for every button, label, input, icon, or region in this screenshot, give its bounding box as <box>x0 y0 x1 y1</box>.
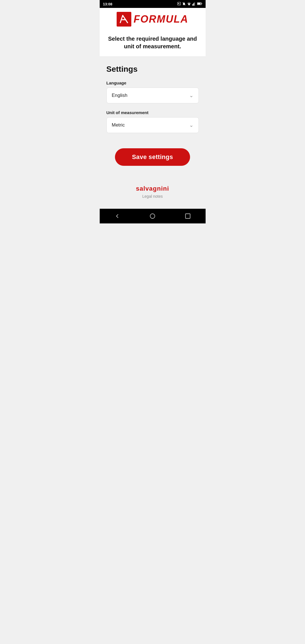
status-time: 13:08 <box>103 2 112 6</box>
subtitle-text: Select the required language and unit of… <box>108 35 198 50</box>
footer-legal[interactable]: Legal notes <box>142 194 163 199</box>
notifications-muted-icon <box>182 2 186 6</box>
main-content: Settings Language English ⌄ Unit of meas… <box>100 57 206 209</box>
language-dropdown-value: English <box>112 93 128 98</box>
footer-brand: salvagnini <box>136 185 169 192</box>
status-bar: 13:08 <box>100 0 206 8</box>
signal-icon <box>192 2 196 6</box>
status-icons <box>177 2 202 6</box>
save-settings-button[interactable]: Save settings <box>115 148 190 166</box>
logo-container: FORMULA <box>117 12 188 27</box>
svg-rect-4 <box>194 3 194 5</box>
save-btn-container: Save settings <box>106 148 199 166</box>
unit-dropdown[interactable]: Metric ⌄ <box>106 117 199 133</box>
svg-rect-8 <box>197 3 201 5</box>
logo-text: FORMULA <box>134 13 188 25</box>
logo-icon <box>117 12 131 27</box>
unit-dropdown-value: Metric <box>112 122 125 128</box>
language-dropdown[interactable]: English ⌄ <box>106 88 199 103</box>
nav-home-button[interactable] <box>145 209 160 223</box>
settings-title: Settings <box>106 65 199 74</box>
language-field-group: Language English ⌄ <box>106 80 199 103</box>
language-chevron-icon: ⌄ <box>189 92 193 99</box>
svg-rect-7 <box>201 3 202 4</box>
unit-chevron-icon: ⌄ <box>189 122 193 128</box>
svg-rect-2 <box>192 4 193 5</box>
nav-back-button[interactable] <box>110 209 125 223</box>
nfc-icon <box>177 2 181 6</box>
bottom-nav <box>100 209 206 223</box>
footer: salvagnini Legal notes <box>106 177 199 203</box>
wifi-icon <box>187 2 191 6</box>
svg-point-9 <box>150 214 155 219</box>
unit-label: Unit of measurement <box>106 110 199 115</box>
svg-rect-3 <box>193 3 193 6</box>
svg-rect-10 <box>186 214 190 219</box>
svg-rect-5 <box>194 2 195 6</box>
battery-icon <box>197 2 202 6</box>
logo-bar: FORMULA <box>100 8 206 31</box>
language-label: Language <box>106 80 199 85</box>
unit-field-group: Unit of measurement Metric ⌄ <box>106 110 199 133</box>
subtitle-area: Select the required language and unit of… <box>100 31 206 57</box>
nav-recent-button[interactable] <box>180 209 195 223</box>
